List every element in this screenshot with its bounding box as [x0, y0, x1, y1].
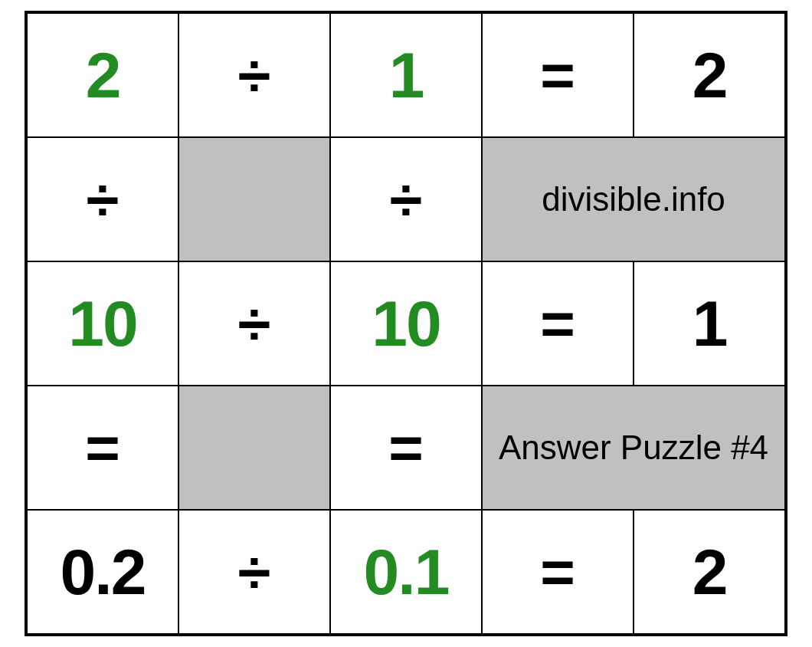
equals-icon: = — [388, 413, 424, 483]
cell-r4c1: = — [27, 386, 178, 510]
cell-r2-info: divisible.info — [482, 137, 785, 261]
equals-icon: = — [540, 537, 575, 607]
cell-r3c3: 10 — [330, 261, 482, 386]
cell-r2c3: ÷ — [330, 137, 482, 261]
value-r5c5: 2 — [692, 535, 727, 609]
value-r1c3: 1 — [389, 38, 424, 113]
equals-icon: = — [85, 413, 120, 483]
value-r1c1: 2 — [86, 38, 120, 113]
cell-r1c2: ÷ — [178, 13, 330, 137]
cell-r5c3: 0.1 — [330, 510, 482, 634]
divide-icon: ÷ — [87, 165, 120, 235]
cell-r1c3: 1 — [330, 13, 482, 137]
cell-r4c3: = — [330, 386, 482, 510]
divide-icon: ÷ — [390, 165, 423, 235]
cell-r1c5: 2 — [634, 13, 785, 137]
value-r5c1: 0.2 — [61, 535, 146, 609]
cell-r3c4: = — [482, 261, 634, 386]
equals-icon: = — [540, 289, 575, 359]
value-r5c3: 0.1 — [364, 535, 449, 609]
cell-r2c2-blank — [178, 137, 330, 261]
value-r3c3: 10 — [372, 287, 440, 361]
cell-r5c1: 0.2 — [27, 510, 178, 634]
cell-r2c1: ÷ — [27, 137, 178, 261]
site-label: divisible.info — [542, 179, 725, 220]
divide-icon: ÷ — [238, 41, 271, 110]
value-r1c5: 2 — [692, 38, 727, 113]
puzzle-grid: 2 ÷ 1 = 2 ÷ ÷ divisible.info 10 ÷ 10 = 1… — [25, 11, 787, 636]
answer-label: Answer Puzzle #4 — [499, 428, 768, 468]
divide-icon: ÷ — [238, 537, 271, 607]
cell-r5c5: 2 — [634, 510, 785, 634]
cell-r3c1: 10 — [27, 261, 178, 386]
equals-icon: = — [540, 41, 575, 110]
cell-r3c2: ÷ — [178, 261, 330, 386]
cell-r1c1: 2 — [27, 13, 178, 137]
value-r3c5: 1 — [692, 287, 727, 361]
value-r3c1: 10 — [68, 287, 136, 361]
divide-icon: ÷ — [238, 289, 271, 359]
cell-r5c4: = — [482, 510, 634, 634]
cell-r5c2: ÷ — [178, 510, 330, 634]
cell-r3c5: 1 — [634, 261, 785, 386]
cell-r1c4: = — [482, 13, 634, 137]
cell-r4c2-blank — [178, 386, 330, 510]
cell-r4-answer: Answer Puzzle #4 — [482, 386, 785, 510]
